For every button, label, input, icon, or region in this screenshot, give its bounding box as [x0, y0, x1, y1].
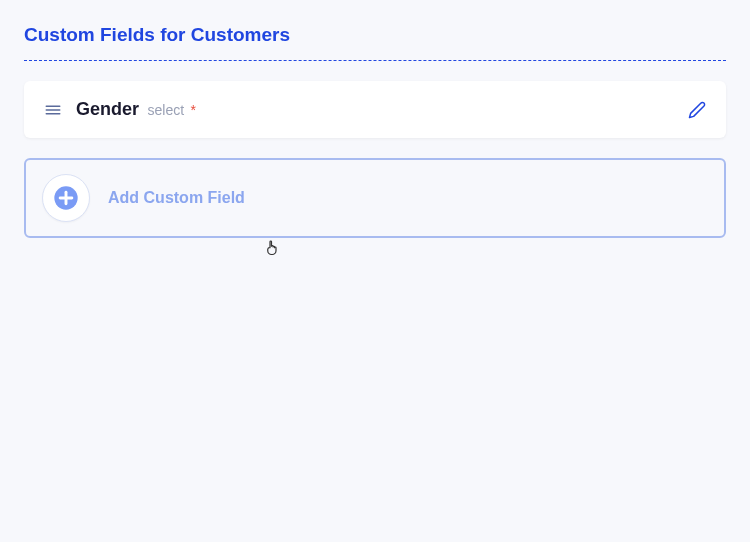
custom-field-row: Gender select * — [24, 81, 726, 138]
add-custom-field-label: Add Custom Field — [108, 189, 245, 207]
cursor-pointer-icon — [264, 238, 282, 260]
drag-handle-icon[interactable] — [44, 101, 62, 119]
plus-circle-icon — [52, 184, 80, 212]
edit-icon[interactable] — [688, 101, 706, 119]
add-custom-field-button[interactable]: Add Custom Field — [24, 158, 726, 238]
field-type: select — [147, 102, 184, 118]
add-icon-circle — [42, 174, 90, 222]
field-name: Gender — [76, 99, 139, 119]
page-title: Custom Fields for Customers — [24, 24, 726, 61]
field-row-left: Gender select * — [44, 99, 196, 120]
required-indicator: * — [191, 102, 196, 118]
